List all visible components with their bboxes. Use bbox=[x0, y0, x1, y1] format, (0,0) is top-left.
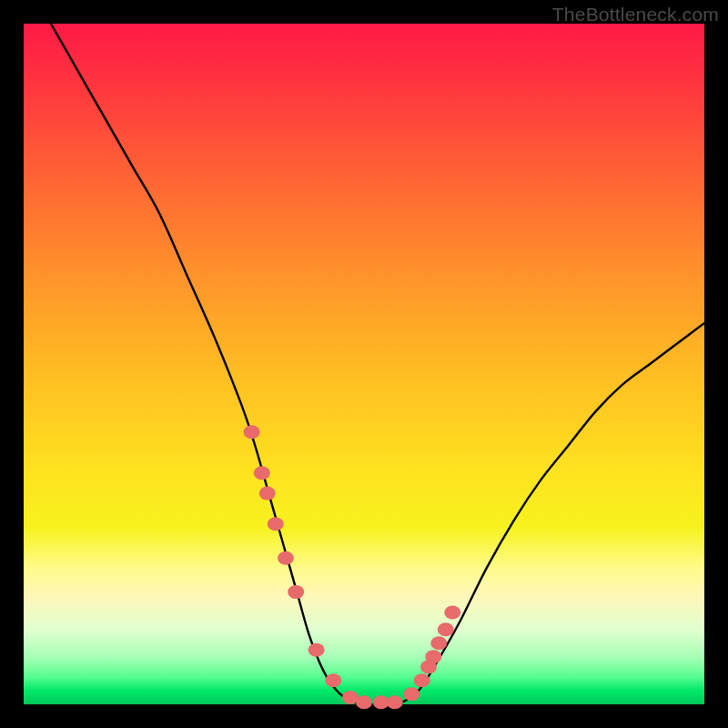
bottleneck-curve bbox=[51, 24, 704, 704]
curve-marker bbox=[403, 687, 420, 701]
curve-marker bbox=[244, 425, 260, 439]
curve-marker bbox=[444, 606, 460, 620]
marker-group bbox=[244, 425, 461, 709]
curve-marker bbox=[268, 517, 284, 531]
curve-marker bbox=[254, 466, 270, 480]
plot-area bbox=[24, 24, 704, 704]
watermark-text: TheBottleneck.com bbox=[552, 4, 719, 25]
curve-marker bbox=[259, 487, 276, 500]
curve-marker bbox=[356, 695, 372, 709]
curve-marker bbox=[387, 695, 403, 709]
curve-marker bbox=[430, 636, 447, 650]
chart-svg bbox=[24, 24, 704, 704]
curve-marker bbox=[438, 622, 454, 636]
curve-marker bbox=[308, 643, 325, 657]
curve-marker bbox=[325, 673, 341, 687]
curve-marker bbox=[425, 650, 441, 663]
curve-marker bbox=[278, 551, 294, 565]
chart-frame: TheBottleneck.com bbox=[0, 0, 728, 728]
curve-marker bbox=[288, 585, 304, 599]
curve-marker bbox=[414, 673, 430, 687]
